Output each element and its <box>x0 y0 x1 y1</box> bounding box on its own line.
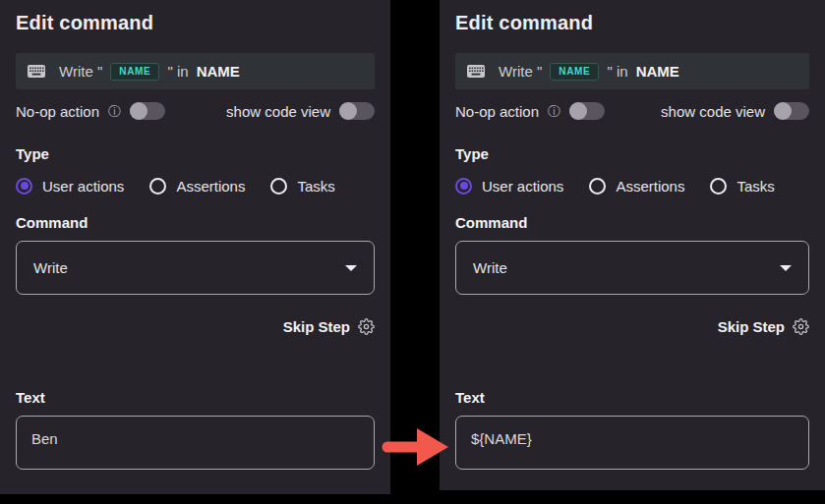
keyboard-icon <box>467 65 485 78</box>
radio-option-tasks[interactable]: Tasks <box>270 178 334 195</box>
command-select-value: Write <box>473 259 507 276</box>
radio-selected-icon[interactable] <box>455 178 472 195</box>
keyboard-icon <box>28 65 45 78</box>
summary-prefix: Write " <box>59 63 102 80</box>
code-view-toggle-group: show code view <box>226 102 375 120</box>
skip-step-row: Skip Step <box>455 316 809 336</box>
summary-middle: " in <box>607 63 627 80</box>
chevron-down-icon <box>780 265 792 271</box>
toggle-knob <box>569 102 587 120</box>
info-icon[interactable]: ⓘ <box>108 105 121 118</box>
noop-toggle[interactable] <box>569 102 605 120</box>
text-label: Text <box>16 388 375 407</box>
type-radio-group: User actions Assertions Tasks <box>16 176 375 196</box>
radio-label: User actions <box>42 178 124 195</box>
command-summary-row: Write " NAME " in NAME <box>16 53 375 89</box>
noop-toggle[interactable] <box>130 102 165 120</box>
radio-unselected-icon[interactable] <box>149 178 166 195</box>
summary-middle: " in <box>167 63 188 80</box>
toggles-row: No-op action ⓘ show code view <box>16 101 375 121</box>
type-radio-group: User actions Assertions Tasks <box>455 176 809 196</box>
gear-icon[interactable] <box>793 318 809 335</box>
radio-unselected-icon[interactable] <box>710 178 727 195</box>
gear-icon[interactable] <box>358 318 375 335</box>
radio-label: User actions <box>482 178 563 195</box>
radio-label: Tasks <box>737 178 774 195</box>
command-label: Command <box>16 213 375 232</box>
dialog-title: Edit command <box>455 10 809 36</box>
radio-unselected-icon[interactable] <box>589 178 606 195</box>
toggle-knob <box>774 102 792 120</box>
toggle-knob <box>130 102 147 120</box>
text-label: Text <box>455 388 809 407</box>
skip-step-label: Skip Step <box>718 318 785 335</box>
skip-step-row: Skip Step <box>16 316 375 336</box>
code-view-label: show code view <box>661 103 765 120</box>
summary-target: NAME <box>636 63 679 80</box>
info-icon[interactable]: ⓘ <box>548 105 560 118</box>
code-view-label: show code view <box>226 103 330 120</box>
toggle-knob <box>339 102 357 120</box>
command-select-value: Write <box>33 259 68 276</box>
toggles-row: No-op action ⓘ show code view <box>455 101 809 121</box>
radio-option-assertions[interactable]: Assertions <box>589 178 684 195</box>
radio-option-assertions[interactable]: Assertions <box>149 178 245 195</box>
command-select[interactable]: Write <box>455 241 809 295</box>
radio-option-user-actions[interactable]: User actions <box>16 178 124 195</box>
radio-selected-icon[interactable] <box>16 178 32 195</box>
radio-label: Assertions <box>616 178 684 195</box>
type-label: Type <box>16 144 375 163</box>
command-summary-row: Write " NAME " in NAME <box>455 53 809 89</box>
code-view-toggle[interactable] <box>774 102 809 120</box>
radio-option-tasks[interactable]: Tasks <box>710 178 774 195</box>
summary-prefix: Write " <box>499 63 542 80</box>
text-input[interactable]: ${NAME} <box>455 416 809 470</box>
radio-label: Tasks <box>297 178 334 195</box>
summary-target: NAME <box>197 63 240 80</box>
radio-label: Assertions <box>176 178 245 195</box>
chevron-down-icon <box>345 265 357 271</box>
code-view-toggle[interactable] <box>339 102 375 120</box>
dialog-title: Edit command <box>16 10 375 36</box>
transform-arrow <box>380 425 454 469</box>
skip-step-label: Skip Step <box>283 318 350 335</box>
noop-label: No-op action <box>455 103 539 120</box>
radio-option-user-actions[interactable]: User actions <box>455 178 563 195</box>
command-label: Command <box>455 213 809 232</box>
edit-command-dialog-before: Edit command Write " NAME " in NAME No-o… <box>0 0 390 494</box>
text-input[interactable]: Ben <box>16 416 375 470</box>
variable-badge: NAME <box>110 63 159 81</box>
noop-label: No-op action <box>16 103 99 120</box>
code-view-toggle-group: show code view <box>661 102 809 120</box>
variable-badge: NAME <box>550 63 599 81</box>
type-label: Type <box>455 144 809 163</box>
noop-toggle-group: No-op action ⓘ <box>16 102 165 120</box>
command-select[interactable]: Write <box>16 241 375 295</box>
edit-command-dialog-after: Edit command Write " NAME " in NAME No-o… <box>440 0 825 490</box>
noop-toggle-group: No-op action ⓘ <box>455 102 605 120</box>
radio-unselected-icon[interactable] <box>270 178 287 195</box>
